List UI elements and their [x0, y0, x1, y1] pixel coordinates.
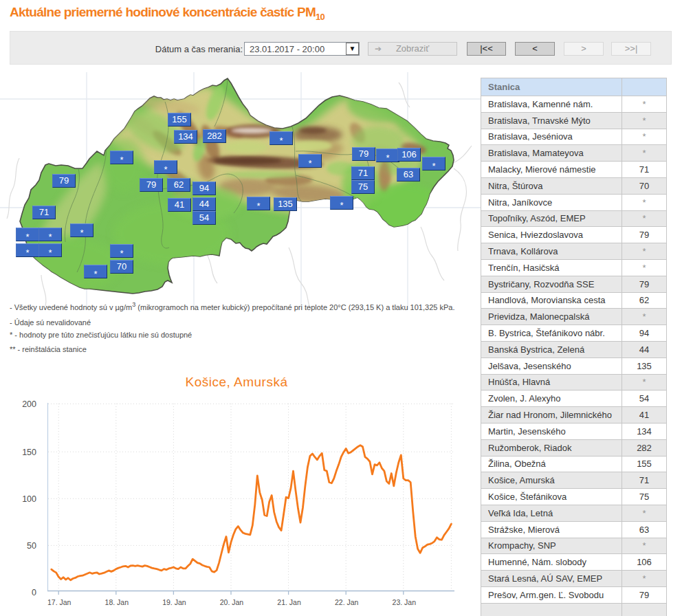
svg-text:200: 200: [22, 399, 36, 409]
svg-text:19. Jan: 19. Jan: [162, 598, 186, 606]
svg-text:150: 150: [22, 448, 36, 457]
svg-text:22. Jan: 22. Jan: [335, 598, 359, 606]
svg-text:0: 0: [32, 588, 36, 597]
svg-text:20. Jan: 20. Jan: [220, 598, 244, 606]
svg-text:50: 50: [27, 541, 36, 551]
svg-text:100: 100: [22, 494, 36, 504]
svg-text:18. Jan: 18. Jan: [105, 598, 129, 606]
svg-text:23. Jan: 23. Jan: [393, 598, 417, 606]
svg-text:17. Jan: 17. Jan: [47, 598, 72, 606]
svg-text:21. Jan: 21. Jan: [277, 598, 301, 606]
